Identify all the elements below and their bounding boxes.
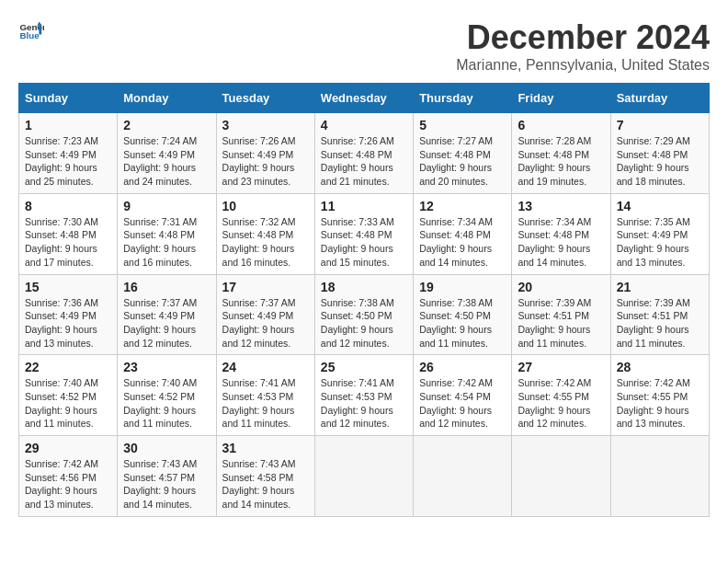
calendar-day-cell: [414, 436, 512, 517]
day-info: Sunrise: 7:42 AMSunset: 4:54 PMDaylight:…: [419, 376, 506, 431]
calendar-day-cell: 16Sunrise: 7:37 AMSunset: 4:49 PMDayligh…: [118, 274, 216, 355]
day-number: 17: [222, 280, 309, 294]
calendar-body: 1Sunrise: 7:23 AMSunset: 4:49 PMDaylight…: [19, 113, 710, 517]
day-info: Sunrise: 7:33 AMSunset: 4:48 PMDaylight:…: [321, 215, 407, 270]
calendar-day-cell: 23Sunrise: 7:40 AMSunset: 4:52 PMDayligh…: [118, 355, 216, 436]
calendar-day-cell: 17Sunrise: 7:37 AMSunset: 4:49 PMDayligh…: [216, 274, 314, 355]
day-info: Sunrise: 7:24 AMSunset: 4:49 PMDaylight:…: [123, 134, 210, 189]
calendar-day-cell: 21Sunrise: 7:39 AMSunset: 4:51 PMDayligh…: [610, 274, 709, 355]
calendar-day-cell: 4Sunrise: 7:26 AMSunset: 4:48 PMDaylight…: [314, 113, 413, 194]
day-header-friday: Friday: [512, 84, 610, 113]
calendar-day-cell: 3Sunrise: 7:26 AMSunset: 4:49 PMDaylight…: [216, 113, 314, 194]
day-info: Sunrise: 7:43 AMSunset: 4:57 PMDaylight:…: [123, 457, 210, 511]
day-number: 24: [222, 360, 309, 374]
calendar-week-row: 8Sunrise: 7:30 AMSunset: 4:48 PMDaylight…: [19, 193, 710, 274]
day-info: Sunrise: 7:42 AMSunset: 4:56 PMDaylight:…: [25, 457, 111, 511]
day-info: Sunrise: 7:35 AMSunset: 4:49 PMDaylight:…: [617, 215, 703, 270]
calendar-header-row: SundayMondayTuesdayWednesdayThursdayFrid…: [19, 84, 710, 113]
day-number: 12: [419, 199, 506, 213]
calendar-day-cell: 19Sunrise: 7:38 AMSunset: 4:50 PMDayligh…: [414, 274, 512, 355]
day-info: Sunrise: 7:29 AMSunset: 4:48 PMDaylight:…: [617, 134, 703, 189]
day-number: 11: [321, 199, 407, 213]
calendar-day-cell: 7Sunrise: 7:29 AMSunset: 4:48 PMDaylight…: [610, 113, 709, 194]
day-number: 27: [518, 360, 604, 374]
day-header-sunday: Sunday: [19, 84, 118, 113]
calendar-week-row: 22Sunrise: 7:40 AMSunset: 4:52 PMDayligh…: [19, 355, 710, 436]
day-info: Sunrise: 7:37 AMSunset: 4:49 PMDaylight:…: [222, 296, 309, 350]
day-number: 7: [617, 118, 703, 132]
day-number: 16: [123, 280, 210, 294]
calendar-table: SundayMondayTuesdayWednesdayThursdayFrid…: [18, 83, 710, 517]
day-number: 31: [222, 441, 309, 455]
day-info: Sunrise: 7:42 AMSunset: 4:55 PMDaylight:…: [617, 376, 703, 431]
calendar-day-cell: 14Sunrise: 7:35 AMSunset: 4:49 PMDayligh…: [610, 193, 709, 274]
day-number: 21: [617, 280, 703, 294]
day-info: Sunrise: 7:43 AMSunset: 4:58 PMDaylight:…: [222, 457, 309, 511]
day-header-saturday: Saturday: [610, 84, 709, 113]
day-number: 23: [123, 360, 210, 374]
day-number: 14: [617, 199, 703, 213]
day-info: Sunrise: 7:36 AMSunset: 4:49 PMDaylight:…: [25, 296, 111, 350]
day-info: Sunrise: 7:41 AMSunset: 4:53 PMDaylight:…: [321, 376, 407, 431]
day-info: Sunrise: 7:38 AMSunset: 4:50 PMDaylight:…: [419, 296, 506, 350]
day-info: Sunrise: 7:28 AMSunset: 4:48 PMDaylight:…: [518, 134, 604, 189]
day-info: Sunrise: 7:34 AMSunset: 4:48 PMDaylight:…: [518, 215, 604, 270]
day-number: 2: [123, 118, 210, 132]
calendar-day-cell: 25Sunrise: 7:41 AMSunset: 4:53 PMDayligh…: [314, 355, 413, 436]
calendar-day-cell: [512, 436, 610, 517]
day-info: Sunrise: 7:37 AMSunset: 4:49 PMDaylight:…: [123, 296, 210, 350]
day-info: Sunrise: 7:39 AMSunset: 4:51 PMDaylight:…: [518, 296, 604, 350]
day-info: Sunrise: 7:41 AMSunset: 4:53 PMDaylight:…: [222, 376, 309, 431]
day-number: 5: [419, 118, 506, 132]
day-number: 15: [25, 280, 111, 294]
calendar-day-cell: 22Sunrise: 7:40 AMSunset: 4:52 PMDayligh…: [19, 355, 118, 436]
day-number: 10: [222, 199, 309, 213]
month-title: December 2024: [456, 18, 710, 57]
calendar-day-cell: 29Sunrise: 7:42 AMSunset: 4:56 PMDayligh…: [19, 436, 118, 517]
title-section: December 2024 Marianne, Pennsylvania, Un…: [456, 18, 710, 74]
calendar-day-cell: 12Sunrise: 7:34 AMSunset: 4:48 PMDayligh…: [414, 193, 512, 274]
day-number: 18: [321, 280, 407, 294]
calendar-week-row: 1Sunrise: 7:23 AMSunset: 4:49 PMDaylight…: [19, 113, 710, 194]
calendar-day-cell: 10Sunrise: 7:32 AMSunset: 4:48 PMDayligh…: [216, 193, 314, 274]
day-number: 20: [518, 280, 604, 294]
day-number: 8: [25, 199, 111, 213]
day-info: Sunrise: 7:26 AMSunset: 4:48 PMDaylight:…: [321, 134, 407, 189]
calendar-day-cell: 15Sunrise: 7:36 AMSunset: 4:49 PMDayligh…: [19, 274, 118, 355]
calendar-day-cell: 9Sunrise: 7:31 AMSunset: 4:48 PMDaylight…: [118, 193, 216, 274]
day-number: 3: [222, 118, 309, 132]
day-info: Sunrise: 7:40 AMSunset: 4:52 PMDaylight:…: [25, 376, 111, 431]
day-info: Sunrise: 7:38 AMSunset: 4:50 PMDaylight:…: [321, 296, 407, 350]
calendar-day-cell: 5Sunrise: 7:27 AMSunset: 4:48 PMDaylight…: [414, 113, 512, 194]
day-number: 13: [518, 199, 604, 213]
day-number: 9: [123, 199, 210, 213]
page-header: General Blue December 2024 Marianne, Pen…: [18, 18, 710, 74]
calendar-day-cell: 13Sunrise: 7:34 AMSunset: 4:48 PMDayligh…: [512, 193, 610, 274]
calendar-day-cell: 20Sunrise: 7:39 AMSunset: 4:51 PMDayligh…: [512, 274, 610, 355]
calendar-week-row: 15Sunrise: 7:36 AMSunset: 4:49 PMDayligh…: [19, 274, 710, 355]
calendar-day-cell: 11Sunrise: 7:33 AMSunset: 4:48 PMDayligh…: [314, 193, 413, 274]
calendar-day-cell: 26Sunrise: 7:42 AMSunset: 4:54 PMDayligh…: [414, 355, 512, 436]
calendar-day-cell: 27Sunrise: 7:42 AMSunset: 4:55 PMDayligh…: [512, 355, 610, 436]
logo: General Blue: [18, 18, 44, 44]
day-header-monday: Monday: [118, 84, 216, 113]
day-number: 6: [518, 118, 604, 132]
calendar-day-cell: [610, 436, 709, 517]
day-number: 1: [25, 118, 111, 132]
calendar-day-cell: 30Sunrise: 7:43 AMSunset: 4:57 PMDayligh…: [118, 436, 216, 517]
calendar-day-cell: [314, 436, 413, 517]
location-subtitle: Marianne, Pennsylvania, United States: [456, 57, 710, 74]
day-info: Sunrise: 7:26 AMSunset: 4:49 PMDaylight:…: [222, 134, 309, 189]
day-header-wednesday: Wednesday: [314, 84, 413, 113]
calendar-week-row: 29Sunrise: 7:42 AMSunset: 4:56 PMDayligh…: [19, 436, 710, 517]
day-number: 28: [617, 360, 703, 374]
logo-icon: General Blue: [18, 18, 44, 44]
day-info: Sunrise: 7:27 AMSunset: 4:48 PMDaylight:…: [419, 134, 506, 189]
day-number: 19: [419, 280, 506, 294]
day-info: Sunrise: 7:39 AMSunset: 4:51 PMDaylight:…: [617, 296, 703, 350]
calendar-day-cell: 24Sunrise: 7:41 AMSunset: 4:53 PMDayligh…: [216, 355, 314, 436]
calendar-day-cell: 28Sunrise: 7:42 AMSunset: 4:55 PMDayligh…: [610, 355, 709, 436]
day-number: 29: [25, 441, 111, 455]
calendar-day-cell: 2Sunrise: 7:24 AMSunset: 4:49 PMDaylight…: [118, 113, 216, 194]
calendar-day-cell: 31Sunrise: 7:43 AMSunset: 4:58 PMDayligh…: [216, 436, 314, 517]
